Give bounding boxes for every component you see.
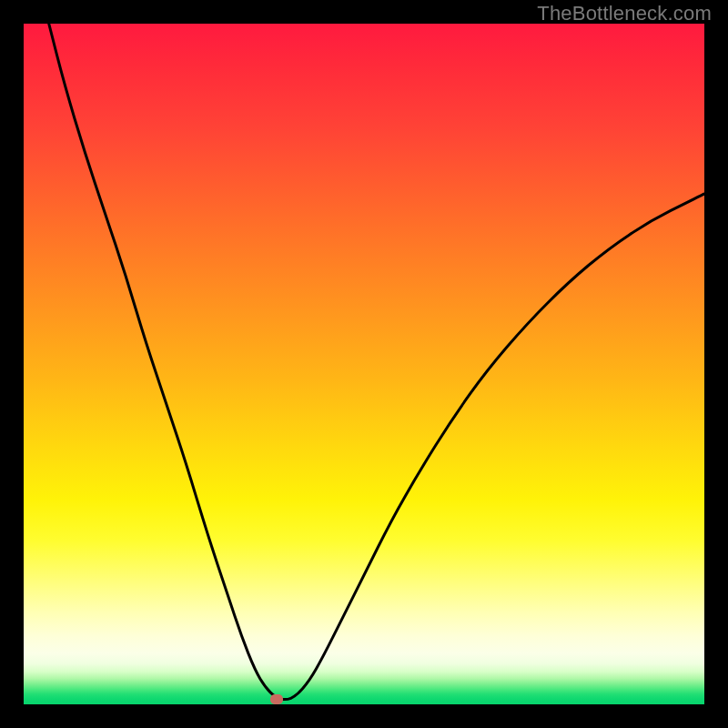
minimum-marker — [270, 694, 283, 704]
bottleneck-curve — [49, 24, 704, 700]
plot-area — [24, 24, 704, 704]
chart-frame: TheBottleneck.com — [0, 0, 728, 728]
watermark-text: TheBottleneck.com — [537, 2, 712, 25]
curve-svg — [24, 24, 704, 704]
